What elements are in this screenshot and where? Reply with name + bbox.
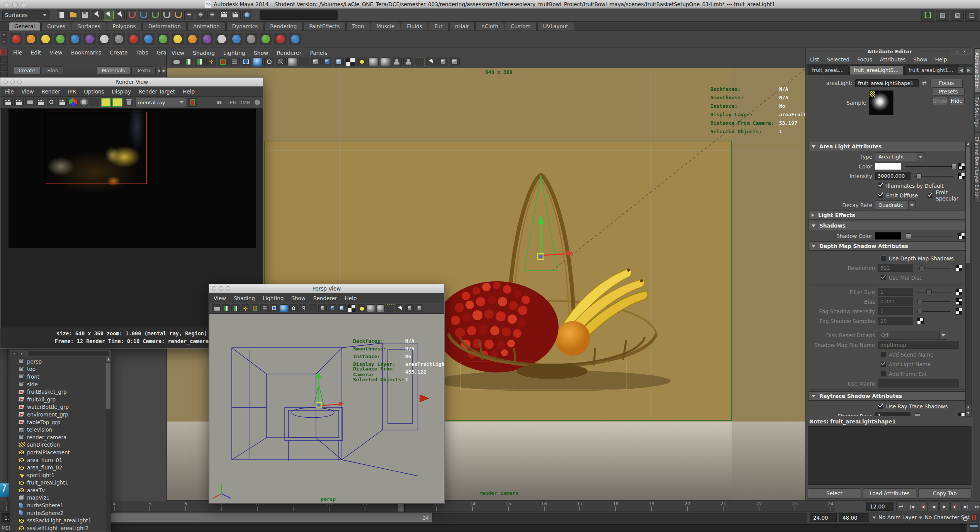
shadow-map-file-name-field[interactable]: depthmap <box>878 341 959 349</box>
menu-item[interactable]: Shading <box>193 50 215 56</box>
section-depth-map-shadow[interactable]: Depth Map Shadow Attributes <box>808 241 966 251</box>
marquee-select-icon[interactable] <box>386 304 394 312</box>
wireframe-circle-icon[interactable] <box>264 58 274 66</box>
shelf-tab[interactable]: Curves <box>41 22 71 31</box>
cursor-icon[interactable] <box>426 58 436 66</box>
shelf-menu-icon[interactable]: ▾ <box>1 39 7 45</box>
map-texture-icon[interactable] <box>958 233 965 239</box>
hide-button[interactable]: Hide <box>949 97 965 105</box>
shelf-selector[interactable]: ▾ ▾ <box>1 32 7 45</box>
animation-end-field[interactable]: 48.00 <box>839 513 869 522</box>
menu-item[interactable]: Edit <box>31 49 41 56</box>
close-window-icon[interactable] <box>4 2 9 7</box>
paint-select-icon[interactable] <box>218 58 228 66</box>
outliner-item[interactable]: + sssBackLight_areaLight1 <box>10 517 111 524</box>
remove-image-icon[interactable] <box>112 98 122 107</box>
outliner-item[interactable]: + nurbsSphere2 <box>10 509 111 517</box>
go-to-end-button[interactable]: ⏭ <box>972 501 980 512</box>
shelf-tab[interactable]: Muscle <box>371 22 401 31</box>
menu-item[interactable]: File <box>5 88 14 95</box>
menu-item[interactable]: Attributes <box>880 56 906 63</box>
play-forwards-button[interactable]: ▶ <box>939 501 949 512</box>
shelf-tool-icon[interactable] <box>245 33 257 45</box>
section-light-effects[interactable]: Light Effects <box>808 211 966 220</box>
menu-set-selector[interactable]: Surfaces <box>2 10 49 20</box>
refresh-icon[interactable] <box>47 98 56 106</box>
outliner-item[interactable]: + sunDirection <box>10 441 111 449</box>
filter-size-slider[interactable] <box>917 289 951 296</box>
snapshot-icon[interactable] <box>25 98 34 106</box>
paint-select-tool-icon[interactable] <box>0 64 7 71</box>
multi-cube-icon[interactable] <box>450 58 460 66</box>
emit-diffuse-checkbox[interactable] <box>878 192 883 198</box>
scroll-down-icon[interactable]: ▼ <box>966 411 971 416</box>
grid-icon[interactable] <box>260 304 269 312</box>
new-scene-icon[interactable] <box>57 10 67 20</box>
clipboard-icon[interactable] <box>222 304 230 312</box>
zoom-window-icon[interactable] <box>21 2 26 7</box>
wire-cube-icon[interactable] <box>311 58 321 66</box>
shelf-tool-icon[interactable] <box>69 33 81 45</box>
menu-item[interactable]: Renderer <box>313 295 337 301</box>
scrollbar-thumb[interactable] <box>106 363 110 409</box>
outliner-menu-icon[interactable]: ▸ <box>12 351 18 356</box>
tab-scroll-right-icon[interactable]: ▶ <box>965 66 972 74</box>
cube-icon[interactable] <box>438 58 448 66</box>
menu-item[interactable]: Help <box>345 295 357 301</box>
menu-item[interactable]: Shading <box>234 295 255 301</box>
shelf-tab[interactable]: PaintEffects <box>303 22 345 31</box>
outliner-item[interactable]: + enviroment_grp <box>10 411 111 418</box>
shelf-tool-icon[interactable] <box>83 33 96 45</box>
close-icon[interactable] <box>212 286 216 291</box>
play-backwards-button[interactable]: ◀ <box>929 501 939 512</box>
outliner-item[interactable]: + render_camera <box>10 433 111 441</box>
history-output-icon[interactable] <box>196 10 206 20</box>
shelf-tool-icon[interactable] <box>274 33 287 45</box>
attribute-editor-scrollbar[interactable]: ▲ ▲ ▼ <box>965 141 972 416</box>
resolution-field[interactable]: 512 <box>878 264 913 272</box>
menu-item[interactable]: Panels <box>310 50 327 56</box>
menu-item[interactable]: Help <box>935 56 947 63</box>
tab-scroll-right-icon[interactable]: ▶ <box>162 67 166 74</box>
textured-cube-icon[interactable] <box>334 58 344 66</box>
load-attributes-button[interactable]: Load Attributes <box>863 488 916 499</box>
attribute-editor-header[interactable]: Attribute Editor ❐ × <box>806 48 973 55</box>
select-hierarchy-icon[interactable] <box>92 10 102 20</box>
map-texture-icon[interactable] <box>956 298 962 305</box>
scroll-up-icon[interactable]: ▲ <box>106 357 111 362</box>
menu-item[interactable]: Render <box>42 88 60 95</box>
rgb-channels-icon[interactable] <box>68 98 78 106</box>
outliner-item[interactable]: + top <box>10 365 111 373</box>
menu-item[interactable]: View <box>172 50 184 56</box>
shelf-tool-icon[interactable] <box>157 33 169 45</box>
use-all-lights-icon[interactable] <box>357 58 367 66</box>
keep-image-icon[interactable] <box>101 98 111 107</box>
cursor-icon[interactable] <box>396 304 404 312</box>
use-all-lights-icon[interactable] <box>357 304 365 312</box>
film-gate-icon[interactable] <box>241 58 251 66</box>
select-object-icon[interactable] <box>103 10 113 20</box>
shadow-color-swatch[interactable] <box>875 232 901 240</box>
outliner-item[interactable]: + fruit_areaLight1 <box>10 479 111 487</box>
hypershade-tab[interactable]: Textu <box>131 66 156 74</box>
scroll-up-icon[interactable]: ▲ <box>966 141 971 146</box>
outliner-item[interactable]: + areaTv <box>10 486 111 494</box>
shelf-tab[interactable]: Dynamics <box>226 22 264 31</box>
xray-icon[interactable] <box>276 58 286 66</box>
snap-surface-icon[interactable] <box>173 10 183 20</box>
tab-channel-box[interactable]: Channel Box / Layer Editor <box>974 132 980 202</box>
snap-plane-icon[interactable] <box>161 10 171 20</box>
menu-item[interactable]: Bookmarks <box>71 49 101 56</box>
menu-item[interactable]: File <box>13 49 22 56</box>
use-depth-map-shadows-checkbox[interactable] <box>880 255 886 261</box>
outliner-item[interactable]: + side <box>10 381 111 388</box>
shelf-tab[interactable]: Animation <box>187 22 226 31</box>
shelf-tab[interactable]: UVLayout <box>537 22 574 31</box>
shelf-tab[interactable]: nCloth <box>476 22 504 31</box>
menu-item[interactable]: View <box>50 49 63 56</box>
close-icon[interactable] <box>3 80 8 84</box>
menu-item[interactable]: IPR <box>68 88 76 95</box>
step-back-frame-button[interactable]: |◀ <box>907 501 917 512</box>
go-to-start-button[interactable]: ⏮ <box>896 501 906 512</box>
node-name-field[interactable]: fruit_areaLightShape1 <box>855 79 919 87</box>
